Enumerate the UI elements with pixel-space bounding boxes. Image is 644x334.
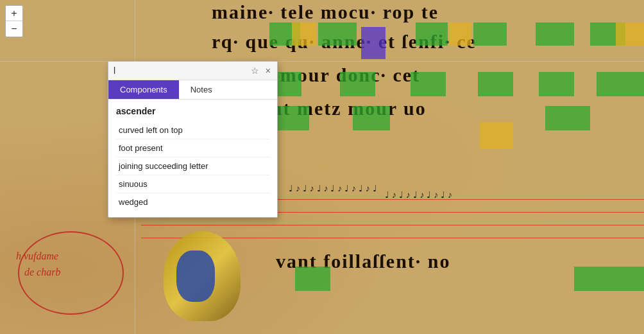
highlight-green (545, 106, 590, 130)
highlight-green (597, 72, 644, 96)
popup-header-icons: ☆ × (250, 66, 272, 75)
highlight-green (318, 22, 357, 46)
tab-components[interactable]: Components (108, 80, 179, 99)
highlight-green (353, 106, 390, 130)
popup-header: l ☆ × (108, 62, 277, 80)
tab-notes[interactable]: Notes (179, 80, 224, 99)
component-sinuous[interactable]: sinuous (116, 175, 269, 193)
popup-title: l (114, 66, 115, 76)
highlight-purple (361, 27, 386, 59)
zoom-controls: + − (5, 5, 23, 37)
highlight-green (539, 72, 574, 96)
star-button[interactable]: ☆ (250, 66, 260, 75)
highlight-green (473, 22, 507, 46)
component-curved-left-on-top[interactable]: curved left on top (116, 121, 269, 139)
highlight-green (574, 267, 616, 291)
highlight-yellow (449, 22, 471, 46)
popup-body: ascender curved left on top foot present… (108, 100, 277, 217)
zoom-in-button[interactable]: + (6, 6, 22, 21)
music-notation: ♩ ♪ ♩ ♪ ♩ ♪ ♩ ♪ ♩ ♪ ♩ ♪ ♩ (289, 183, 377, 193)
grid-line (0, 61, 644, 62)
red-inscription: h vufdame (16, 251, 58, 262)
illuminated-letter-blue (176, 251, 215, 302)
character-popup: l ☆ × Components Notes ascender curved l… (108, 61, 278, 218)
highlight-yellow (292, 22, 316, 46)
component-wedged[interactable]: wedged (116, 193, 269, 211)
music-notation: ♩ ♪ ♩ ♪ ♩ ♪ ♩ ♪ ♩ ♪ (385, 189, 452, 200)
component-list: curved left on top foot present joining … (116, 121, 269, 211)
staff-line (141, 225, 644, 225)
section-title: ascender (116, 106, 269, 116)
highlight-green (478, 72, 513, 96)
highlight-green (295, 267, 330, 291)
highlight-green (536, 22, 574, 46)
highlight-green (416, 22, 448, 46)
highlight-green (411, 72, 446, 96)
highlight-yellow (616, 22, 644, 46)
highlight-green (616, 267, 644, 291)
manuscript-line-1: maine· tele mocu· rop te (212, 1, 439, 23)
zoom-out-button[interactable]: − (6, 21, 22, 37)
close-button[interactable]: × (264, 66, 272, 75)
highlight-green (276, 106, 309, 130)
component-joining-succeeding-letter[interactable]: joining succeeding letter (116, 157, 269, 175)
component-foot-present[interactable]: foot present (116, 139, 269, 157)
red-inscription: de charb (24, 267, 60, 278)
manuscript-background: maine· tele mocu· rop te rq· que qu· ann… (0, 0, 644, 334)
popup-tabs: Components Notes (108, 80, 277, 100)
highlight-yellow (480, 122, 513, 149)
highlight-green (340, 72, 375, 96)
